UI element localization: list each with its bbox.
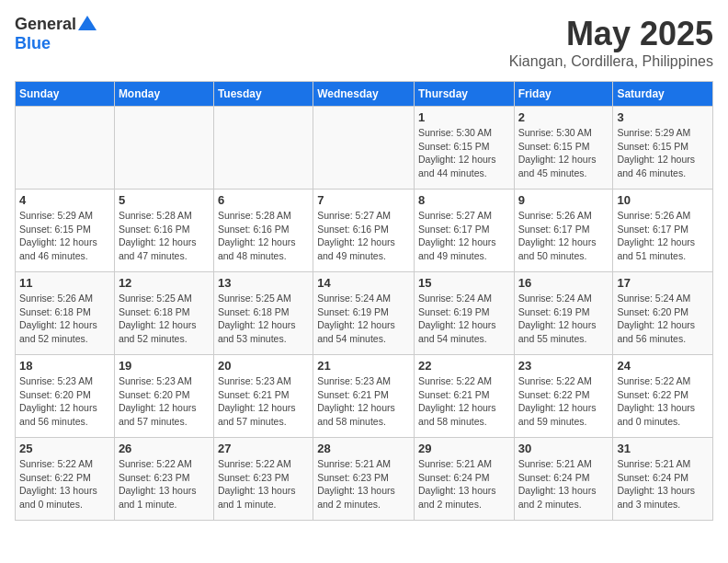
calendar-cell: 16Sunrise: 5:24 AMSunset: 6:19 PMDayligh… [514, 272, 613, 355]
calendar-cell: 13Sunrise: 5:25 AMSunset: 6:18 PMDayligh… [213, 272, 313, 355]
day-number: 12 [119, 276, 210, 290]
day-header-monday: Monday [114, 82, 213, 107]
day-number: 27 [218, 442, 309, 455]
calendar-cell: 1Sunrise: 5:30 AMSunset: 6:15 PMDaylight… [414, 107, 514, 190]
day-number: 17 [617, 276, 709, 290]
day-header-tuesday: Tuesday [213, 82, 313, 107]
day-number: 4 [19, 193, 110, 207]
day-info: Sunrise: 5:27 AMSunset: 6:16 PMDaylight:… [317, 209, 410, 263]
day-info: Sunrise: 5:24 AMSunset: 6:20 PMDaylight:… [617, 292, 709, 346]
day-info: Sunrise: 5:26 AMSunset: 6:17 PMDaylight:… [518, 209, 609, 263]
day-number: 7 [317, 193, 410, 207]
day-number: 5 [119, 193, 210, 207]
day-number: 22 [418, 359, 510, 373]
calendar-cell: 15Sunrise: 5:24 AMSunset: 6:19 PMDayligh… [414, 272, 514, 355]
calendar-cell: 29Sunrise: 5:21 AMSunset: 6:24 PMDayligh… [414, 438, 514, 521]
day-info: Sunrise: 5:22 AMSunset: 6:22 PMDaylight:… [617, 374, 709, 429]
day-info: Sunrise: 5:25 AMSunset: 6:18 PMDaylight:… [218, 292, 309, 346]
day-info: Sunrise: 5:22 AMSunset: 6:23 PMDaylight:… [218, 457, 309, 511]
calendar-cell [16, 107, 115, 190]
day-info: Sunrise: 5:25 AMSunset: 6:18 PMDaylight:… [119, 292, 210, 346]
calendar-cell: 9Sunrise: 5:26 AMSunset: 6:17 PMDaylight… [514, 190, 613, 272]
day-header-saturday: Saturday [613, 82, 713, 107]
day-number: 14 [317, 276, 410, 290]
week-row-2: 4Sunrise: 5:29 AMSunset: 6:15 PMDaylight… [16, 190, 713, 272]
day-info: Sunrise: 5:26 AMSunset: 6:18 PMDaylight:… [19, 292, 110, 346]
calendar-cell: 5Sunrise: 5:28 AMSunset: 6:16 PMDaylight… [114, 190, 213, 272]
day-number: 6 [218, 193, 309, 207]
calendar-cell: 14Sunrise: 5:24 AMSunset: 6:19 PMDayligh… [313, 272, 415, 355]
day-number: 25 [19, 442, 110, 455]
day-number: 9 [518, 193, 609, 207]
day-header-sunday: Sunday [16, 82, 115, 107]
calendar-cell: 18Sunrise: 5:23 AMSunset: 6:20 PMDayligh… [16, 355, 115, 438]
day-header-wednesday: Wednesday [313, 82, 415, 107]
day-info: Sunrise: 5:28 AMSunset: 6:16 PMDaylight:… [218, 209, 309, 263]
day-info: Sunrise: 5:24 AMSunset: 6:19 PMDaylight:… [418, 292, 510, 346]
day-info: Sunrise: 5:21 AMSunset: 6:23 PMDaylight:… [317, 457, 410, 511]
day-header-friday: Friday [514, 82, 613, 107]
logo-triangle-icon [78, 16, 97, 30]
location-title: Kiangan, Cordillera, Philippines [509, 53, 713, 70]
day-info: Sunrise: 5:23 AMSunset: 6:20 PMDaylight:… [119, 374, 210, 429]
day-info: Sunrise: 5:29 AMSunset: 6:15 PMDaylight:… [617, 126, 709, 180]
day-number: 10 [617, 193, 709, 207]
calendar-cell: 19Sunrise: 5:23 AMSunset: 6:20 PMDayligh… [114, 355, 213, 438]
day-number: 8 [418, 193, 510, 207]
logo: General Blue [15, 15, 97, 53]
day-info: Sunrise: 5:28 AMSunset: 6:16 PMDaylight:… [119, 209, 210, 263]
week-row-4: 18Sunrise: 5:23 AMSunset: 6:20 PMDayligh… [16, 355, 713, 438]
logo-blue-text: Blue [15, 34, 51, 53]
day-info: Sunrise: 5:29 AMSunset: 6:15 PMDaylight:… [19, 209, 110, 263]
day-number: 15 [418, 276, 510, 290]
calendar-cell: 23Sunrise: 5:22 AMSunset: 6:22 PMDayligh… [514, 355, 613, 438]
month-title: May 2025 [509, 15, 713, 53]
day-info: Sunrise: 5:21 AMSunset: 6:24 PMDaylight:… [418, 457, 510, 511]
page-header: General Blue May 2025 Kiangan, Cordiller… [15, 15, 713, 70]
calendar-cell: 25Sunrise: 5:22 AMSunset: 6:22 PMDayligh… [16, 438, 115, 521]
week-row-1: 1Sunrise: 5:30 AMSunset: 6:15 PMDaylight… [16, 107, 713, 190]
calendar-cell: 7Sunrise: 5:27 AMSunset: 6:16 PMDaylight… [313, 190, 415, 272]
day-info: Sunrise: 5:21 AMSunset: 6:24 PMDaylight:… [617, 457, 709, 511]
calendar-cell: 31Sunrise: 5:21 AMSunset: 6:24 PMDayligh… [613, 438, 713, 521]
day-info: Sunrise: 5:24 AMSunset: 6:19 PMDaylight:… [317, 292, 410, 346]
day-number: 3 [617, 110, 709, 124]
day-info: Sunrise: 5:30 AMSunset: 6:15 PMDaylight:… [518, 126, 609, 180]
day-number: 28 [317, 442, 410, 455]
calendar-cell: 10Sunrise: 5:26 AMSunset: 6:17 PMDayligh… [613, 190, 713, 272]
day-number: 29 [418, 442, 510, 455]
day-number: 21 [317, 359, 410, 373]
week-row-3: 11Sunrise: 5:26 AMSunset: 6:18 PMDayligh… [16, 272, 713, 355]
day-number: 2 [518, 110, 609, 124]
calendar-cell: 20Sunrise: 5:23 AMSunset: 6:21 PMDayligh… [213, 355, 313, 438]
day-number: 13 [218, 276, 309, 290]
day-number: 16 [518, 276, 609, 290]
calendar-cell: 28Sunrise: 5:21 AMSunset: 6:23 PMDayligh… [313, 438, 415, 521]
day-number: 1 [418, 110, 510, 124]
calendar-cell: 11Sunrise: 5:26 AMSunset: 6:18 PMDayligh… [16, 272, 115, 355]
day-info: Sunrise: 5:21 AMSunset: 6:24 PMDaylight:… [518, 457, 609, 511]
day-number: 30 [518, 442, 609, 455]
calendar-cell: 17Sunrise: 5:24 AMSunset: 6:20 PMDayligh… [613, 272, 713, 355]
title-section: May 2025 Kiangan, Cordillera, Philippine… [509, 15, 713, 70]
calendar-table: SundayMondayTuesdayWednesdayThursdayFrid… [15, 81, 713, 521]
day-number: 24 [617, 359, 709, 373]
calendar-cell: 30Sunrise: 5:21 AMSunset: 6:24 PMDayligh… [514, 438, 613, 521]
calendar-cell: 3Sunrise: 5:29 AMSunset: 6:15 PMDaylight… [613, 107, 713, 190]
day-info: Sunrise: 5:22 AMSunset: 6:21 PMDaylight:… [418, 374, 510, 429]
calendar-cell: 12Sunrise: 5:25 AMSunset: 6:18 PMDayligh… [114, 272, 213, 355]
calendar-cell: 27Sunrise: 5:22 AMSunset: 6:23 PMDayligh… [213, 438, 313, 521]
day-info: Sunrise: 5:23 AMSunset: 6:20 PMDaylight:… [19, 374, 110, 429]
calendar-cell: 2Sunrise: 5:30 AMSunset: 6:15 PMDaylight… [514, 107, 613, 190]
calendar-cell: 24Sunrise: 5:22 AMSunset: 6:22 PMDayligh… [613, 355, 713, 438]
day-info: Sunrise: 5:27 AMSunset: 6:17 PMDaylight:… [418, 209, 510, 263]
day-header-thursday: Thursday [414, 82, 514, 107]
day-number: 26 [119, 442, 210, 455]
day-info: Sunrise: 5:26 AMSunset: 6:17 PMDaylight:… [617, 209, 709, 263]
day-info: Sunrise: 5:22 AMSunset: 6:23 PMDaylight:… [119, 457, 210, 511]
day-info: Sunrise: 5:23 AMSunset: 6:21 PMDaylight:… [218, 374, 309, 429]
day-number: 31 [617, 442, 709, 455]
day-number: 18 [19, 359, 110, 373]
calendar-cell: 4Sunrise: 5:29 AMSunset: 6:15 PMDaylight… [16, 190, 115, 272]
calendar-cell [213, 107, 313, 190]
